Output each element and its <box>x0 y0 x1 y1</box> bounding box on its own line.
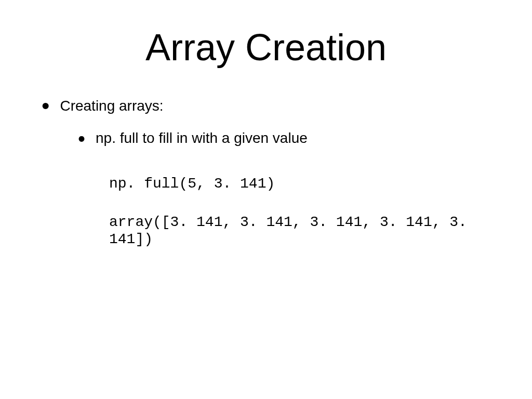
code-line: array([3. 141, 3. 141, 3. 141, 3. 141, 3… <box>109 214 501 248</box>
bullet-text: Creating arrays: <box>60 98 163 114</box>
slide-title: Array Creation <box>31 26 501 69</box>
bullet-level-2: • np. full to fill in with a given value <box>78 130 501 147</box>
bullet-dot-icon: • <box>42 100 49 112</box>
bullet-level-1: • Creating arrays: <box>42 97 501 114</box>
slide: Array Creation • Creating arrays: • np. … <box>0 0 532 399</box>
code-line: np. full(5, 3. 141) <box>109 175 501 193</box>
bullet-dot-icon: • <box>78 134 85 144</box>
bullet-text: np. full to fill in with a given value <box>96 130 308 147</box>
code-block: np. full(5, 3. 141) array([3. 141, 3. 14… <box>109 175 501 248</box>
